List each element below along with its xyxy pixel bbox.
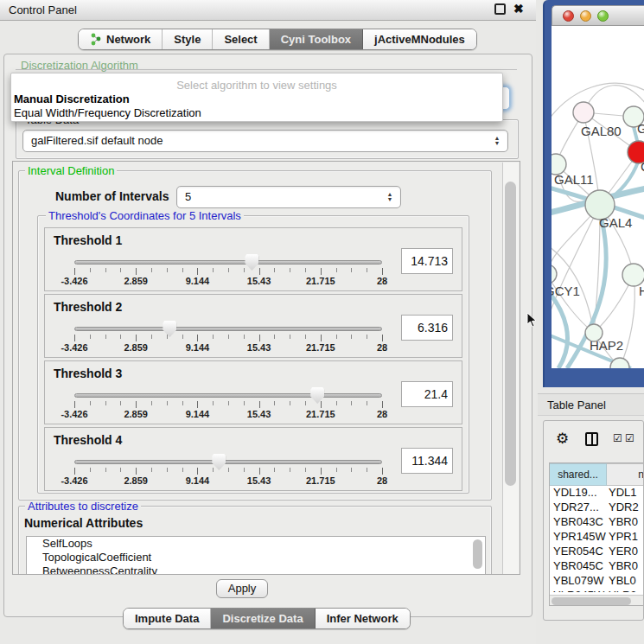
slider-tick-labels: -3.426 2.859 9.144 15.43 21.715 28	[74, 409, 382, 419]
dropdown-option-equal-width[interactable]: Equal Width/Frequency Discretization	[14, 106, 201, 119]
list-item[interactable]: BetweennessCentrality	[27, 564, 485, 575]
tick-label: 2.859	[124, 342, 148, 353]
number-of-intervals-combobox[interactable]: 5 ▲▼	[176, 186, 401, 208]
tick-label: 15.43	[247, 276, 271, 286]
node-label-h: H	[639, 284, 644, 298]
node-label-g: G	[637, 121, 644, 136]
network-icon	[90, 33, 102, 46]
tab-label: Discretize Data	[222, 612, 303, 625]
thresholds-group-title: Threshold's Coordinates for 5 Intervals	[46, 210, 244, 221]
tick-label: -3.426	[61, 475, 87, 486]
tab-label: Impute Data	[135, 612, 199, 625]
panel-title: Control Panel	[9, 3, 77, 16]
slider-tick-labels: -3.426 2.859 9.144 15.43 21.715 28	[74, 276, 382, 286]
network-window-titlebar	[552, 5, 644, 26]
tick-label: 28	[377, 342, 387, 353]
numerical-attributes-label: Numerical Attributes	[22, 518, 145, 529]
table-row[interactable]: YBL079WYBL0	[550, 574, 644, 589]
zoom-traffic-light[interactable]	[597, 10, 609, 22]
tab-jactivemnodules[interactable]: jActiveMNodules	[363, 29, 476, 49]
threshold-label: Threshold 3	[54, 367, 122, 380]
tick-label: 28	[377, 276, 387, 286]
tab-discretize-data[interactable]: Discretize Data	[211, 609, 315, 628]
columns-icon[interactable]	[585, 432, 598, 446]
slider-tick-labels: -3.426 2.859 9.144 15.43 21.715 28	[74, 475, 382, 486]
tick-label: 9.144	[186, 475, 210, 486]
float-window-icon[interactable]	[494, 3, 506, 15]
tab-select[interactable]: Select	[213, 29, 269, 49]
network-canvas[interactable]: GAL80 G C GAL11 GAL4 GCY1 H HAP2	[552, 26, 644, 368]
table-row[interactable]: YBR045CYBR0	[550, 559, 644, 574]
tick-label: -3.426	[61, 276, 87, 286]
apply-button[interactable]: Apply	[216, 579, 268, 598]
minimize-traffic-light[interactable]	[580, 10, 591, 22]
tab-impute-data[interactable]: Impute Data	[124, 609, 211, 628]
threshold-label: Threshold 4	[54, 433, 122, 447]
settings-scrollbar[interactable]	[502, 163, 519, 574]
threshold-value-field[interactable]	[401, 448, 453, 474]
scrollbar-thumb[interactable]	[505, 182, 516, 486]
tab-infer-network[interactable]: Infer Network	[316, 609, 410, 628]
network-node[interactable]	[552, 265, 557, 284]
list-item[interactable]: TopologicalCoefficient	[27, 551, 485, 564]
close-traffic-light[interactable]	[563, 10, 574, 22]
threshold-value-field[interactable]	[401, 248, 453, 274]
slider-tick-labels: -3.426 2.859 9.144 15.43 21.715 28	[74, 342, 382, 353]
table-data-combobox[interactable]: galFiltered.sif default node ▲▼	[22, 130, 508, 152]
top-tab-bar: Network Style Select Cyni Toolbox jActiv…	[78, 29, 477, 50]
threshold-panel: Threshold 3 -3.426 2.859 9.144 15.43 21.…	[44, 360, 462, 424]
node-label-gal80: GAL80	[581, 124, 622, 138]
tab-cyni-toolbox[interactable]: Cyni Toolbox	[270, 29, 363, 49]
node-label-gal4: GAL4	[599, 215, 632, 230]
table-header-row: shared... n	[550, 463, 644, 486]
list-scrollbar-thumb[interactable]	[473, 539, 482, 569]
slider-track[interactable]	[74, 260, 382, 265]
tab-style[interactable]: Style	[163, 29, 213, 49]
table-toolbar: ⚙ ☑ ☑	[544, 421, 644, 459]
number-of-intervals-label: Number of Intervals	[53, 191, 171, 202]
slider-track[interactable]	[74, 327, 382, 331]
stepper-icon: ▲▼	[493, 132, 501, 150]
cell: YDL19...	[550, 486, 607, 501]
slider-track[interactable]	[74, 393, 382, 398]
cell: YBR0	[607, 515, 644, 530]
checkbox-icon[interactable]: ☑	[613, 432, 622, 444]
close-icon[interactable]: ✖	[513, 2, 524, 16]
algorithm-group-border	[16, 69, 517, 70]
tab-label: Network	[106, 33, 150, 46]
gear-icon[interactable]: ⚙	[556, 430, 569, 448]
tab-network[interactable]: Network	[79, 29, 163, 49]
threshold-value-field[interactable]	[401, 381, 453, 407]
slider-track[interactable]	[74, 460, 382, 464]
network-node[interactable]	[573, 102, 594, 123]
slider-major-ticks	[74, 468, 384, 475]
list-item[interactable]: SelfLoops	[27, 537, 485, 551]
scrollbar-thumb[interactable]	[552, 597, 631, 605]
column-header-shared-name[interactable]: shared...	[550, 463, 607, 486]
table-row[interactable]: YDL19...YDL1	[550, 486, 644, 501]
tick-label: 21.715	[306, 276, 335, 286]
column-header-name[interactable]: n	[607, 463, 644, 486]
node-label-hap2: HAP2	[590, 338, 623, 353]
table-row[interactable]: YER054CYER0	[550, 545, 644, 559]
table-row[interactable]: YBR043CYBR0	[550, 515, 644, 530]
dropdown-option-manual[interactable]: Manual Discretization	[14, 92, 130, 105]
bottom-tab-bar: Impute Data Discretize Data Infer Networ…	[123, 608, 411, 629]
table-row[interactable]: YPR145WYPR1	[550, 530, 644, 545]
tick-label: 28	[377, 475, 387, 486]
cell: YDR27...	[550, 501, 607, 515]
cell: YDL1	[607, 486, 644, 501]
tick-label: 21.715	[306, 475, 335, 486]
table-horizontal-scrollbar[interactable]	[550, 595, 644, 606]
algorithm-dropdown-popup: Select algorithm to view settings Manual…	[10, 73, 503, 122]
tick-label: 15.43	[247, 475, 271, 486]
cell: YER0	[607, 545, 644, 559]
tick-label: 2.859	[124, 475, 148, 486]
threshold-value-field[interactable]	[401, 315, 453, 341]
table-row[interactable]: YDR27...YDR2	[550, 501, 644, 515]
node-label-gcy1: GCY1	[552, 284, 580, 298]
tab-label: jActiveMNodules	[374, 33, 465, 46]
cell: YPR1	[607, 530, 644, 545]
slider-major-ticks	[74, 401, 384, 408]
checkbox-icon[interactable]: ☑	[625, 432, 634, 444]
